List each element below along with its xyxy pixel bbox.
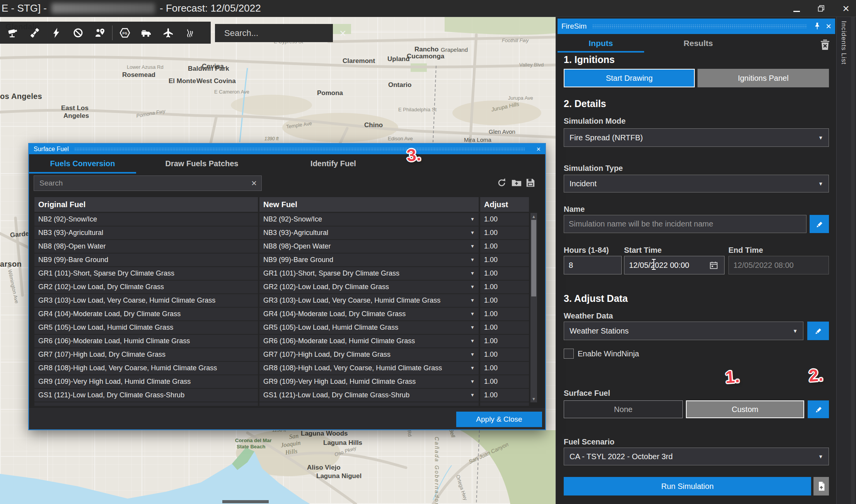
clear-simulation-button[interactable] xyxy=(818,37,832,53)
strip-scrollbar[interactable] xyxy=(851,17,855,504)
person-location-icon xyxy=(94,27,106,39)
annotation-3: 3. xyxy=(406,145,421,165)
restore-button[interactable] xyxy=(817,3,826,15)
refresh-button[interactable] xyxy=(496,177,508,189)
annotation-1: 1. xyxy=(725,367,740,387)
adjust-cell[interactable]: 1.00 xyxy=(480,267,529,280)
aircraft-button[interactable] xyxy=(157,23,179,43)
panel-close-icon[interactable]: × xyxy=(826,22,831,31)
new-fuel-value: NB2 (92)-Snow/Ice xyxy=(263,215,322,223)
save-button[interactable] xyxy=(525,177,536,189)
scrollbar-thumb[interactable] xyxy=(531,220,536,296)
map-label: Angeles xyxy=(63,112,89,120)
map-label: Corona del Mar xyxy=(235,438,272,443)
adjust-cell[interactable]: 1.00 xyxy=(480,389,529,402)
dialog-close-icon[interactable]: × xyxy=(536,145,541,154)
map-label: Rosemead xyxy=(122,71,155,79)
surface-fuel-none-button[interactable]: None xyxy=(564,400,683,418)
new-fuel-dropdown[interactable]: GR4 (104)-Moderate Load, Dry Climate Gra… xyxy=(259,308,479,320)
annotation-2: 2. xyxy=(808,365,824,385)
calendar-button[interactable] xyxy=(709,261,718,270)
new-fuel-dropdown[interactable]: NB3 (93)-Agricultural▼ xyxy=(259,226,479,239)
scroll-up-icon[interactable]: ▲ xyxy=(530,214,537,219)
pencil-icon xyxy=(814,327,822,335)
new-fuel-dropdown[interactable]: NB8 (98)-Open Water▼ xyxy=(259,240,479,253)
simulation-name-input[interactable] xyxy=(564,215,807,233)
edit-name-button[interactable] xyxy=(810,215,829,233)
search-clear-icon[interactable]: × xyxy=(251,179,257,188)
edit-weather-button[interactable] xyxy=(807,322,829,340)
new-fuel-dropdown[interactable]: NB2 (92)-Snow/Ice▼ xyxy=(259,213,479,226)
map-label: Pomona xyxy=(317,89,343,97)
start-drawing-button[interactable]: Start Drawing xyxy=(564,69,695,87)
incidents-list-tab[interactable]: Incidents List xyxy=(840,21,847,65)
new-fuel-dropdown[interactable]: GR1 (101)-Short, Sparse Dry Climate Gras… xyxy=(259,267,479,280)
search-clear-icon[interactable]: × xyxy=(339,27,346,39)
tab-inputs[interactable]: Inputs xyxy=(558,36,644,53)
adjust-cell[interactable]: 1.00 xyxy=(480,308,529,320)
adjust-cell[interactable]: 1.00 xyxy=(480,254,529,266)
new-fuel-dropdown[interactable]: GR8 (108)-High Load, Very Coarse, Humid … xyxy=(259,362,479,375)
tab-identify-fuel[interactable]: Identify Fuel xyxy=(268,154,399,174)
weather-data-dropdown[interactable]: Weather Stations ▼ xyxy=(564,322,803,340)
fire-truck-button[interactable] xyxy=(136,23,157,43)
adjust-cell[interactable]: 1.00 xyxy=(480,375,529,388)
satellite-button[interactable] xyxy=(24,23,46,43)
adjust-cell[interactable]: 1.00 xyxy=(480,348,529,361)
surface-fuel-custom-button[interactable]: Custom xyxy=(686,400,804,418)
no-sign-button[interactable] xyxy=(67,23,89,43)
ignitions-heading: 1. Ignitions xyxy=(564,54,615,65)
adjust-cell[interactable]: 1.00 xyxy=(480,281,529,293)
run-simulation-button[interactable]: Run Simulation xyxy=(564,477,811,495)
apply-close-button[interactable]: Apply & Close xyxy=(456,412,542,427)
smoke-button[interactable] xyxy=(179,23,201,43)
adjust-cell[interactable]: 1.00 xyxy=(480,335,529,347)
chevron-down-icon: ▼ xyxy=(818,135,823,141)
new-fuel-dropdown[interactable]: GR2 (102)-Low Load, Dry Climate Grass▼ xyxy=(259,281,479,293)
fuel-scenario-dropdown[interactable]: CA - TSYL 2022 - October 3rd ▼ xyxy=(564,448,829,465)
tab-results[interactable]: Results xyxy=(653,36,743,53)
fire-camera-button[interactable] xyxy=(2,23,24,43)
titlebar-texture xyxy=(74,148,526,151)
minimize-button[interactable] xyxy=(792,3,801,15)
new-fuel-dropdown[interactable]: GR7 (107)-High Load, Dry Climate Grass▼ xyxy=(259,348,479,361)
export-simulation-button[interactable] xyxy=(813,477,829,495)
new-fuel-dropdown[interactable]: GR9 (109)-Very High Load, Humid Climate … xyxy=(259,375,479,388)
adjust-cell[interactable]: 1.00 xyxy=(480,321,529,334)
scroll-down-icon[interactable]: ▼ xyxy=(530,397,537,401)
lightning-button[interactable] xyxy=(46,23,67,43)
no-sign-icon xyxy=(72,27,84,39)
pin-icon[interactable] xyxy=(813,22,820,31)
hours-input[interactable] xyxy=(564,256,622,274)
new-fuel-value: GS1 (121)-Low Load, Dry Climate Grass-Sh… xyxy=(263,391,409,399)
fg-placard-button[interactable]: FG xyxy=(114,23,136,43)
simulation-type-dropdown[interactable]: Incident ▼ xyxy=(564,175,829,192)
adjust-cell[interactable]: 1.00 xyxy=(480,240,529,253)
table-row: GR9 (109)-Very High Load, Humid Climate … xyxy=(34,375,529,388)
original-fuel-cell: GS1 (121)-Low Load, Dry Climate Grass-Sh… xyxy=(34,389,258,402)
smoke-icon xyxy=(184,27,196,39)
simulation-mode-dropdown[interactable]: Fire Spread (NRTFB) ▼ xyxy=(564,128,829,147)
simulation-type-label: Simulation Type xyxy=(564,164,623,173)
new-fuel-dropdown[interactable]: GR3 (103)-Low Load, Very Coarse, Humid C… xyxy=(259,294,479,307)
adjust-cell[interactable]: 1.00 xyxy=(480,362,529,375)
new-fuel-dropdown[interactable]: GR6 (106)-Moderate Load, Humid Climate G… xyxy=(259,335,479,347)
add-file-button[interactable] xyxy=(511,177,522,189)
tab-draw-fuels-patches[interactable]: Draw Fuels Patches xyxy=(136,154,268,174)
fuel-search-input[interactable] xyxy=(39,179,251,188)
table-scrollbar[interactable]: ▲ ▼ xyxy=(530,213,537,402)
new-fuel-dropdown[interactable]: NB9 (99)-Bare Ground▼ xyxy=(259,254,479,266)
adjust-cell[interactable]: 1.00 xyxy=(480,226,529,239)
adjust-cell[interactable]: 1.00 xyxy=(480,294,529,307)
new-fuel-dropdown[interactable]: GS1 (121)-Low Load, Dry Climate Grass-Sh… xyxy=(259,389,479,402)
edit-surface-fuel-button[interactable] xyxy=(808,400,829,418)
person-location-button[interactable] xyxy=(89,23,111,43)
tab-fuels-conversion[interactable]: Fuels Conversion xyxy=(29,154,136,174)
ignitions-panel-button[interactable]: Ignitions Panel xyxy=(697,69,829,87)
new-fuel-dropdown[interactable]: GR5 (105)-Low Load, Humid Climate Grass▼ xyxy=(259,321,479,334)
windninja-checkbox[interactable] xyxy=(564,349,574,359)
chevron-down-icon: ▼ xyxy=(470,226,475,239)
map-search-input[interactable] xyxy=(223,28,336,39)
close-button[interactable]: × xyxy=(841,3,851,14)
adjust-cell[interactable]: 1.00 xyxy=(480,213,529,226)
